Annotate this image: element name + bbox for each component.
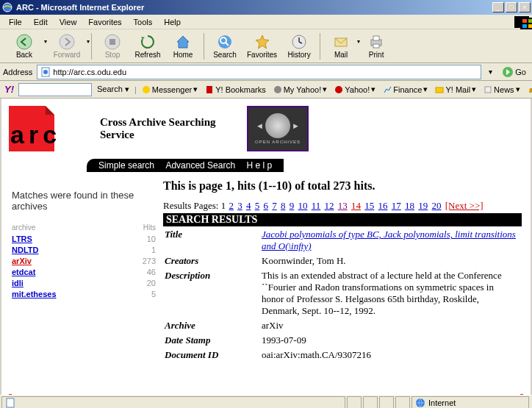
star-icon bbox=[254, 34, 270, 50]
back-button[interactable]: Back ▾ bbox=[3, 32, 46, 60]
back-icon bbox=[16, 34, 32, 50]
forward-button[interactable]: Forward ▾ bbox=[46, 32, 88, 60]
yahoo-news[interactable]: News ▾ bbox=[481, 85, 522, 94]
refresh-icon bbox=[140, 34, 156, 50]
page-link[interactable]: 19 bbox=[418, 200, 428, 211]
menu-favorites[interactable]: Favorites bbox=[82, 16, 127, 28]
favorites-button[interactable]: Favorites bbox=[242, 32, 281, 60]
address-dropdown[interactable]: ▾ bbox=[484, 68, 496, 76]
search-results-label: SEARCH RESULTS bbox=[163, 213, 522, 226]
page-link[interactable]: 14 bbox=[351, 200, 361, 211]
yahoo-mail[interactable]: Y! Mail ▾ bbox=[433, 85, 478, 94]
minimize-button[interactable]: _ bbox=[492, 2, 504, 12]
tab-simple-search[interactable]: Simple search bbox=[98, 160, 154, 171]
page-header: arc Cross Archive Searching Service ◄► O… bbox=[1, 99, 531, 154]
menu-edit[interactable]: Edit bbox=[28, 16, 54, 28]
page-link[interactable]: 20 bbox=[432, 200, 442, 211]
page-icon bbox=[5, 398, 15, 408]
yahoo-search-input[interactable] bbox=[18, 83, 92, 96]
col-hits: Hits bbox=[143, 223, 156, 232]
field-title-label: Title bbox=[165, 228, 260, 253]
field-description-label: Description bbox=[165, 269, 260, 318]
yahoo-logo[interactable]: Y! bbox=[3, 84, 15, 95]
page-link[interactable]: 5 bbox=[255, 200, 260, 211]
tab-advanced-search[interactable]: Advanced Search bbox=[165, 160, 235, 171]
archive-link-mit[interactable]: mit.etheses bbox=[12, 289, 57, 300]
col-archive: archive bbox=[12, 223, 35, 232]
yahoo-search-dropdown[interactable]: Search ▾ bbox=[95, 85, 132, 94]
svg-point-25 bbox=[274, 86, 281, 93]
menu-tools[interactable]: Tools bbox=[128, 16, 159, 28]
page-link[interactable]: 6 bbox=[263, 200, 268, 211]
svg-rect-29 bbox=[7, 398, 14, 407]
svg-rect-18 bbox=[373, 36, 379, 40]
page-link[interactable]: 7 bbox=[272, 200, 277, 211]
field-docid-label: Document ID bbox=[165, 348, 260, 362]
page-link[interactable]: 3 bbox=[237, 200, 242, 211]
page-link[interactable]: 12 bbox=[325, 200, 334, 211]
yahoo-myyahoo[interactable]: My Yahoo! ▾ bbox=[271, 85, 330, 94]
yahoo-main[interactable]: Yahoo! ▾ bbox=[332, 85, 378, 94]
yahoo-messenger[interactable]: Messenger ▾ bbox=[140, 85, 200, 94]
svg-rect-19 bbox=[373, 44, 379, 48]
menu-help[interactable]: Help bbox=[158, 16, 187, 28]
footer-link-ncstrl[interactable]: NCSTRL+ based digital library bbox=[198, 394, 309, 395]
archive-link-idli[interactable]: idli bbox=[12, 278, 24, 289]
svg-point-6 bbox=[17, 35, 32, 49]
svg-rect-9 bbox=[109, 39, 115, 45]
yahoo-shopping[interactable]: Shopping ▾ bbox=[525, 85, 532, 94]
results-panel: This is page 1, hits (1--10) of total 27… bbox=[163, 172, 531, 393]
footer-link-odu[interactable]: Old Dominion University bbox=[361, 394, 450, 395]
sidebar: Matches were found in these archives arc… bbox=[1, 172, 163, 393]
search-button[interactable]: Search bbox=[207, 32, 242, 60]
stop-button[interactable]: Stop bbox=[95, 32, 130, 60]
page-next[interactable]: [Next >>] bbox=[445, 200, 484, 211]
mail-button[interactable]: Mail ▾ bbox=[323, 32, 359, 60]
archive-link-arxiv[interactable]: arXiv bbox=[12, 256, 32, 267]
print-button[interactable]: Print bbox=[359, 32, 394, 60]
window-titlebar: ARC - Microsoft Internet Explorer _ □ × bbox=[0, 0, 532, 15]
close-button[interactable]: × bbox=[519, 2, 531, 12]
page-link[interactable]: 4 bbox=[246, 200, 251, 211]
page-link[interactable]: 17 bbox=[392, 200, 401, 211]
toolbar-separator bbox=[91, 33, 92, 60]
svg-rect-2 bbox=[522, 19, 527, 23]
home-button[interactable]: Home bbox=[165, 32, 201, 60]
menubar: File Edit View Favorites Tools Help bbox=[0, 15, 532, 29]
oai-logo: ◄► OPEN ARCHIVES bbox=[247, 106, 309, 151]
footer-link-ups[interactable]: UPS bbox=[124, 394, 140, 395]
page-link[interactable]: 15 bbox=[364, 200, 374, 211]
maximize-button[interactable]: □ bbox=[506, 2, 517, 12]
page-link[interactable]: 9 bbox=[290, 200, 295, 211]
menu-view[interactable]: View bbox=[54, 16, 83, 28]
page-link[interactable]: 16 bbox=[378, 200, 388, 211]
history-button[interactable]: History bbox=[281, 32, 317, 60]
result-title-link[interactable]: Jacobi polynomials of type BC, Jack poly… bbox=[262, 229, 516, 251]
archive-link-etdcat[interactable]: etdcat bbox=[12, 267, 35, 278]
page-link[interactable]: 8 bbox=[281, 200, 286, 211]
archive-link-ndltd[interactable]: NDLTD bbox=[12, 245, 38, 256]
status-pane bbox=[379, 396, 394, 409]
refresh-button[interactable]: Refresh bbox=[130, 32, 165, 60]
yahoo-finance[interactable]: Finance ▾ bbox=[381, 85, 430, 94]
tab-help[interactable]: H e l p bbox=[246, 160, 272, 171]
arc-logo: arc bbox=[9, 106, 82, 151]
menu-file[interactable]: File bbox=[3, 16, 28, 28]
page-link[interactable]: 10 bbox=[298, 200, 307, 211]
print-icon bbox=[368, 34, 384, 50]
svg-rect-27 bbox=[436, 87, 443, 93]
archive-link-ltrs[interactable]: LTRS bbox=[12, 234, 32, 245]
address-input[interactable]: http://arc.cs.odu.edu bbox=[37, 65, 481, 79]
svg-rect-3 bbox=[528, 19, 532, 23]
service-title: Cross Archive Searching Service bbox=[100, 116, 232, 141]
page-link[interactable]: 2 bbox=[229, 200, 234, 211]
page-link[interactable]: 18 bbox=[405, 200, 414, 211]
svg-rect-5 bbox=[528, 24, 532, 28]
page-link[interactable]: 13 bbox=[338, 200, 348, 211]
svg-point-21 bbox=[43, 70, 48, 74]
yahoo-bookmarks[interactable]: Y! Bookmarks bbox=[203, 85, 267, 94]
page-current: 1 bbox=[221, 200, 226, 211]
page-link[interactable]: 11 bbox=[312, 200, 321, 211]
go-button[interactable]: Go bbox=[499, 66, 529, 78]
search-icon bbox=[217, 34, 233, 50]
